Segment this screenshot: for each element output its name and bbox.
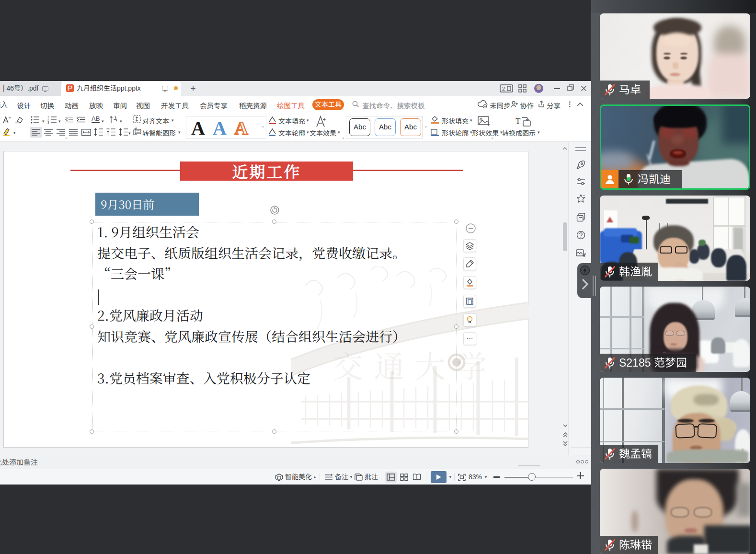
svg-text:3: 3 [47,121,49,124]
svg-text:2: 2 [502,86,505,92]
svg-text:T: T [515,116,521,126]
